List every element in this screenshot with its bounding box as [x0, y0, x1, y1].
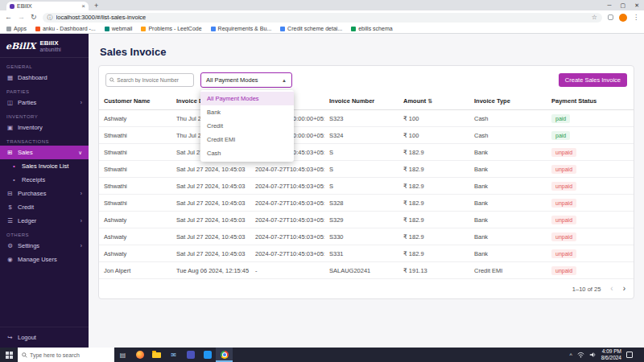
action-center-icon[interactable] — [626, 352, 633, 358]
start-button[interactable] — [0, 348, 18, 362]
bookmark-item[interactable]: Requirements & Bu... — [211, 26, 272, 31]
cell-type: Bank — [469, 228, 547, 245]
tab-title: EBillX — [17, 3, 79, 9]
next-page-button[interactable]: › — [623, 285, 625, 293]
cell-customer: Sthwathi — [99, 161, 171, 178]
cell-customer: Sthwathi — [99, 127, 171, 144]
cell-type: Credit EMI — [469, 262, 547, 279]
brand-name: EBillX — [39, 39, 60, 47]
bookmark-item[interactable]: ebills schema — [351, 26, 392, 31]
bookmark-star-icon[interactable]: ☆ — [592, 14, 597, 21]
menu-option-credit[interactable]: Credit — [200, 119, 294, 133]
bookmark-label: Apps — [14, 26, 27, 31]
new-tab-button[interactable]: + — [94, 2, 98, 10]
sidebar-item-inventory[interactable]: ▣ Inventory — [0, 121, 89, 134]
cell-amount: ₹ 182.9 — [398, 245, 469, 262]
vscode-icon[interactable] — [199, 348, 216, 362]
invoice-search[interactable] — [105, 73, 194, 87]
cell-type: Cash — [469, 110, 547, 127]
bookmark-favicon — [35, 27, 40, 31]
sidebar-item-sales-invoice-list[interactable]: • Sales Invoice List — [0, 159, 89, 173]
task-view-icon[interactable]: ▤ — [114, 348, 131, 362]
profile-avatar[interactable] — [619, 14, 627, 22]
bookmark-label: Requirements & Bu... — [218, 26, 272, 31]
cell-status: paid — [547, 127, 634, 144]
bookmark-apps[interactable]: Apps — [6, 26, 27, 31]
wifi-icon[interactable] — [577, 352, 584, 358]
status-badge: paid — [551, 131, 570, 140]
search-input[interactable] — [117, 77, 190, 83]
bookmark-item[interactable]: anku - Dashboard -... — [35, 26, 96, 31]
bookmark-label: ebills schema — [358, 26, 392, 31]
sidebar: eBillX EBillX anbunithi GENERAL ▦ Dashbo… — [0, 34, 89, 348]
back-button[interactable]: ← — [5, 14, 12, 21]
chrome-icon[interactable] — [216, 348, 233, 362]
sidebar-item-label: Settings — [18, 242, 39, 249]
sidebar-item-label: Dashboard — [18, 74, 47, 81]
browser-menu-icon[interactable]: ⋮ — [633, 14, 639, 21]
search-icon — [22, 352, 27, 358]
extensions-icon[interactable] — [608, 14, 613, 20]
table-header-row: Customer Name Invoice Date Invoice Numbe… — [99, 93, 634, 110]
taskbar-clock[interactable]: 4:09 PM 8/6/2024 — [601, 348, 621, 361]
sidebar-item-receipts[interactable]: • Receipts — [0, 173, 89, 187]
site-info-icon[interactable]: ⓘ — [47, 14, 53, 22]
cell-type: Bank — [469, 195, 547, 212]
bookmark-item[interactable]: webmail — [105, 26, 133, 31]
file-explorer-icon[interactable] — [148, 348, 165, 362]
parties-icon: ◫ — [6, 99, 14, 106]
sidebar-item-ledger[interactable]: ☰ Ledger › — [0, 214, 89, 228]
sidebar-item-label: Credit — [18, 204, 34, 211]
table-row: Ashwaty Sat Jul 27 2024, 10:45:03 2024-0… — [99, 228, 634, 245]
sidebar-item-sales[interactable]: ⊞ Sales ∨ — [0, 146, 89, 159]
firefox-icon[interactable] — [131, 348, 148, 362]
prev-page-button[interactable]: ‹ — [610, 285, 613, 293]
sidebar-item-settings[interactable]: ⚙ Settings › — [0, 239, 89, 253]
tab-close-icon[interactable]: × — [81, 3, 85, 10]
window-close-button[interactable]: ✕ — [634, 2, 639, 9]
sidebar-item-credit[interactable]: $ Credit — [0, 200, 89, 214]
tray-expand-icon[interactable]: ^ — [569, 352, 572, 358]
menu-option-all-payment-modes[interactable]: All Payment Modes — [200, 92, 294, 105]
mail-icon[interactable]: ✉ — [165, 348, 182, 362]
taskbar-search[interactable]: Type here to search — [18, 348, 114, 362]
bookmark-favicon — [105, 27, 109, 31]
sidebar-item-label: Manage Users — [18, 256, 57, 263]
cell-iso-date: 2024-07-27T10:45:03+05:30 — [250, 195, 324, 212]
col-payment-status: Payment Status — [547, 93, 634, 110]
sidebar-item-purchases[interactable]: ⊟ Purchases › — [0, 187, 89, 200]
volume-icon[interactable] — [589, 352, 597, 358]
cell-number: S323 — [324, 110, 398, 127]
payment-mode-select[interactable]: All Payment Modes ▲ — [200, 72, 292, 88]
bookmark-item[interactable]: Problems - LeetCode — [141, 26, 201, 31]
menu-option-bank[interactable]: Bank — [200, 105, 294, 119]
sidebar-item-manage-users[interactable]: ◉ Manage Users — [0, 253, 89, 266]
url-bar[interactable]: ⓘ localhost:3000/#/list-sales-invoice ☆ — [43, 13, 602, 23]
col-amount[interactable]: Amount ⇅ — [398, 93, 469, 110]
cell-customer: Sthwathi — [99, 178, 171, 195]
cell-customer: Jon Alpert — [99, 262, 171, 279]
logout-label: Logout — [18, 334, 36, 341]
refresh-button[interactable]: ↻ — [31, 14, 37, 21]
browser-tab[interactable]: EBillX × — [6, 2, 89, 10]
sidebar-item-dashboard[interactable]: ▦ Dashboard — [0, 71, 89, 84]
invoice-table: Customer Name Invoice Date Invoice Numbe… — [99, 93, 634, 279]
teams-icon[interactable] — [182, 348, 199, 362]
cell-number: S — [324, 144, 398, 161]
url-text[interactable]: localhost:3000/#/list-sales-invoice — [56, 14, 588, 21]
forward-button[interactable]: → — [18, 14, 25, 21]
col-invoice-type: Invoice Type — [469, 93, 547, 110]
window-maximize-button[interactable]: ▢ — [621, 2, 626, 9]
cell-iso-date: 2024-07-27T10:45:03+05:30 — [250, 161, 324, 178]
create-sales-invoice-button[interactable]: Create Sales Invoice — [559, 73, 627, 87]
bookmark-item[interactable]: Credit scheme detai... — [280, 26, 342, 31]
sort-icon[interactable]: ⇅ — [427, 98, 432, 104]
sidebar-item-parties[interactable]: ◫ Parties › — [0, 96, 89, 109]
menu-option-credit-emi[interactable]: Credit EMI — [200, 133, 294, 146]
window-minimize-button[interactable]: ─ — [608, 2, 612, 8]
payment-mode-value: All Payment Modes — [206, 76, 258, 84]
menu-option-cash[interactable]: Cash — [200, 146, 294, 160]
cell-number: S — [324, 161, 398, 178]
logout-button[interactable]: ↪ Logout — [0, 327, 89, 348]
users-icon: ◉ — [6, 256, 14, 263]
